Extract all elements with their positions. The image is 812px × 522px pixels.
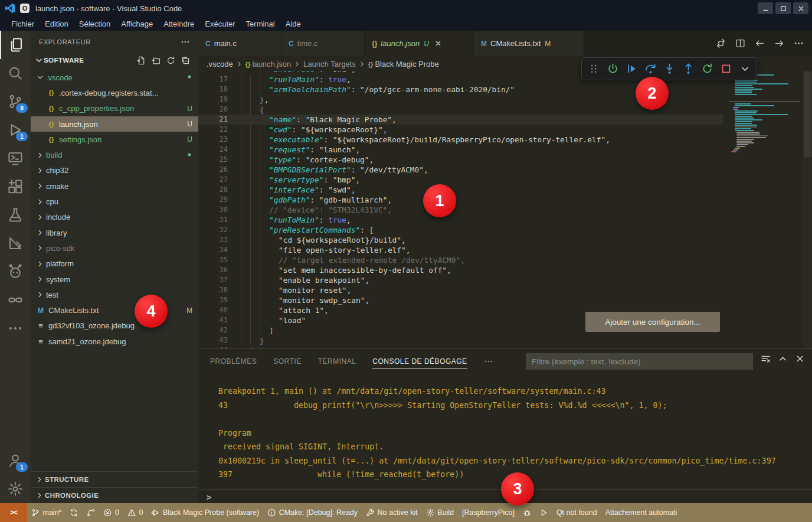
code-line-24[interactable]: 24"request": "launch",	[198, 145, 723, 155]
tab-cmakelists-txt[interactable]: MCMakeLists.txtM	[474, 31, 584, 56]
code-line-37[interactable]: 37"enable breakpoint",	[198, 275, 723, 285]
code-line-26[interactable]: 26"BMPGDBSerialPort": "/dev/ttyACM0",	[198, 165, 723, 175]
menu-edition[interactable]: Edition	[40, 18, 74, 30]
tree-item--cortex-debug-registers-stat-[interactable]: {}.cortex-debug.registers.stat...	[31, 85, 198, 100]
breadcrumb-item[interactable]: {}Black Magic Probe	[368, 60, 439, 68]
maximize-panel-icon[interactable]	[778, 354, 788, 364]
tab-time-c[interactable]: Ctime.c	[281, 31, 365, 56]
panel-more-icon[interactable]	[484, 349, 493, 374]
activitybar-infinity-extension[interactable]	[0, 286, 31, 314]
tree-item-settings-json[interactable]: {}settings.jsonU	[31, 132, 198, 147]
compare-icon[interactable]	[716, 38, 726, 48]
folder-section-header[interactable]: SOFTWARE	[31, 53, 198, 67]
continue-button[interactable]	[623, 61, 640, 77]
tree-item-cmakelists-txt[interactable]: MCMakeLists.txtM	[31, 302, 198, 318]
status-errors[interactable]: 0	[99, 503, 123, 522]
tree-item-gd32vf103-ozone-jdebug[interactable]: ≡gd32vf103_ozone.jdebug	[31, 318, 198, 334]
tree-item-chip32[interactable]: chip32	[31, 163, 198, 178]
status-play-icon-item[interactable]	[535, 503, 552, 522]
tree-item-platform[interactable]: platform	[31, 256, 198, 272]
status-cmake-variant[interactable]: [RaspberryPico]	[458, 503, 519, 522]
section-structure[interactable]: STRUCTURE	[31, 471, 198, 487]
power-button[interactable]	[604, 61, 621, 77]
menu-terminal[interactable]: Terminal	[241, 18, 280, 30]
tab-main-c[interactable]: Cmain.c	[198, 31, 281, 56]
section-chronologie[interactable]: CHRONOLOGIE	[31, 487, 198, 503]
tree-item-test[interactable]: test	[31, 287, 198, 302]
tree-item-include[interactable]: include	[31, 210, 198, 225]
code-line-33[interactable]: 33"cd ${workspaceRoot}/build",	[198, 235, 723, 245]
ellipsis-icon[interactable]	[794, 38, 804, 48]
tree-item-library[interactable]: library	[31, 225, 198, 240]
activitybar-explorer[interactable]	[0, 31, 31, 59]
code-line-32[interactable]: 32"preRestartCommands": [	[198, 225, 723, 235]
menu-aide[interactable]: Aide	[280, 18, 306, 30]
activitybar-platformio[interactable]	[0, 257, 31, 286]
tree-item-cpu[interactable]: cpu	[31, 194, 198, 209]
code-line-43[interactable]: 43}	[198, 335, 723, 345]
editor-scrollbar[interactable]	[803, 71, 812, 348]
tree-item-samd21-ozone-jdebug[interactable]: ≡samd21_ozone.jdebug	[31, 334, 198, 349]
menu-fichier[interactable]: Fichier	[6, 18, 40, 30]
close-panel-icon[interactable]	[795, 354, 805, 364]
tree-item-launch-json[interactable]: {}launch.jsonU	[31, 116, 198, 132]
panel-tab-sortie[interactable]: SORTIE	[273, 349, 301, 374]
tree-item-cmake[interactable]: cmake	[31, 178, 198, 194]
close-button[interactable]	[793, 2, 808, 14]
activitybar-extensions[interactable]	[0, 172, 31, 201]
code-line-27[interactable]: 27"servertype": "bmp",	[198, 175, 723, 185]
menu-exécuter[interactable]: Exécuter	[199, 18, 240, 30]
panel-tab-console-de-d-bogage[interactable]: CONSOLE DE DÉBOGAGE	[372, 349, 467, 374]
step-over-button[interactable]	[642, 61, 659, 77]
code-line-22[interactable]: 22"cwd": "${workspaceRoot}",	[198, 125, 723, 135]
minimize-button[interactable]	[758, 2, 773, 14]
code-line-31[interactable]: 31"runToMain": true,	[198, 215, 723, 225]
debug-console-filter-input[interactable]	[526, 353, 753, 370]
menu-sélection[interactable]: Sélection	[74, 18, 116, 30]
code-line-21[interactable]: 21"name": "Black Magic Probe",	[198, 115, 723, 125]
stop-button[interactable]	[718, 61, 734, 77]
activitybar-design-tool[interactable]	[0, 229, 31, 257]
status-qt-status[interactable]: Qt not found	[552, 503, 601, 522]
minimap[interactable]	[729, 73, 800, 348]
status-warnings[interactable]: 0	[123, 503, 147, 522]
activitybar-more-views[interactable]	[0, 314, 31, 342]
code-line-29[interactable]: 29"gdbPath": "gdb-multiarch",	[198, 195, 723, 205]
tree-item-system[interactable]: system	[31, 272, 198, 287]
menu-atteindre[interactable]: Atteindre	[158, 18, 199, 30]
activitybar-search[interactable]	[0, 59, 31, 87]
status-debug-target[interactable]: Black Magic Probe (software)	[147, 503, 263, 522]
explorer-more-icon[interactable]	[181, 37, 190, 47]
add-configuration-button[interactable]: Ajouter une configuration...	[585, 312, 720, 332]
menu-affichage[interactable]: Affichage	[116, 18, 158, 30]
breadcrumb-item[interactable]: .vscode	[207, 60, 233, 68]
new-folder-icon[interactable]	[152, 56, 161, 65]
status-cmake-kit[interactable]: No active kit	[362, 503, 422, 522]
code-line-36[interactable]: 36"set mem inaccessible-by-default off",	[198, 265, 723, 275]
status-git-graph[interactable]	[83, 503, 100, 522]
status-cmake-status[interactable]: CMake: [Debug]: Ready	[263, 503, 362, 522]
code-line-34[interactable]: 34"file open-story-teller.elf",	[198, 245, 723, 255]
breadcrumb-item[interactable]: Launch Targets	[303, 60, 356, 68]
code-line-28[interactable]: 28"interface": "swd",	[198, 185, 723, 195]
panel-tab-probl-mes[interactable]: PROBLÈMES	[210, 349, 257, 374]
code-line-30[interactable]: 30// "device": "STM32L431VC",	[198, 205, 723, 215]
scrollbar-thumb[interactable]	[804, 71, 811, 157]
code-line-38[interactable]: 38"monitor reset",	[198, 285, 723, 295]
code-editor[interactable]: 16"interface": "swd",17"runToMain": true…	[198, 71, 812, 348]
more-button[interactable]	[736, 61, 753, 77]
tree-item--vscode[interactable]: .vscode	[31, 70, 198, 85]
tree-item-pico-sdk[interactable]: pico-sdk	[31, 240, 198, 256]
remote-indicator[interactable]: ><	[0, 503, 27, 522]
status-sync[interactable]	[66, 503, 83, 522]
tree-item-build[interactable]: build	[31, 147, 198, 162]
panel-tab-terminal[interactable]: TERMINAL	[318, 349, 356, 374]
activitybar-source-control[interactable]: 9	[0, 87, 31, 116]
activitybar-account[interactable]: 1	[0, 446, 31, 475]
activitybar-run-debug[interactable]: 1	[0, 116, 31, 144]
breadcrumb-item[interactable]: {}launch.json	[245, 60, 291, 68]
tree-item-c-cpp-properties-json[interactable]: {}c_cpp_properties.jsonU	[31, 101, 198, 116]
code-line-23[interactable]: 23"executable": "${workspaceRoot}/build/…	[198, 135, 723, 145]
new-file-icon[interactable]	[137, 56, 146, 65]
status-auto-attach[interactable]: Attachement automati	[601, 503, 682, 522]
